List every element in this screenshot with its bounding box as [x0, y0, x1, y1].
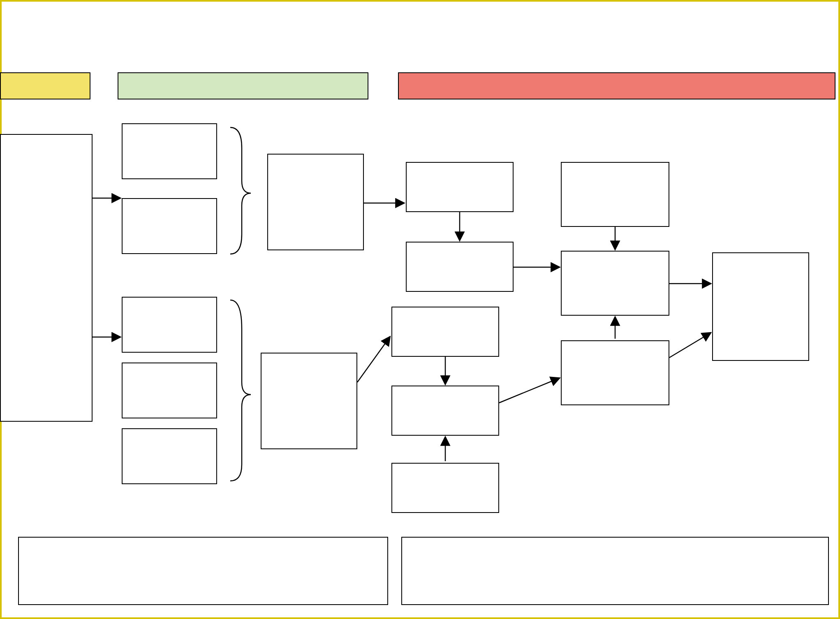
- box-mid-top: [267, 154, 364, 250]
- box-mid-bot: [261, 353, 357, 449]
- box-start: [0, 134, 93, 422]
- box-c4-b: [406, 242, 514, 292]
- box-c4-d: [391, 386, 499, 436]
- footer-right: [401, 537, 829, 605]
- header-red: [398, 72, 835, 99]
- box-c2-top-b: [122, 198, 217, 254]
- box-c4-c: [391, 307, 499, 357]
- header-yellow: [0, 72, 90, 99]
- box-c2-top-a: [122, 123, 217, 179]
- box-c2-bot-a: [122, 297, 217, 353]
- header-green: [118, 72, 368, 99]
- box-c2-bot-c: [122, 428, 217, 484]
- footer-left: [18, 537, 388, 605]
- box-c4-e: [391, 463, 499, 513]
- box-c2-bot-b: [122, 363, 217, 418]
- box-c5-b: [561, 251, 669, 316]
- box-c5-c: [561, 340, 669, 405]
- box-c5-a: [561, 162, 669, 227]
- box-final: [712, 252, 809, 361]
- box-c4-a: [406, 162, 514, 212]
